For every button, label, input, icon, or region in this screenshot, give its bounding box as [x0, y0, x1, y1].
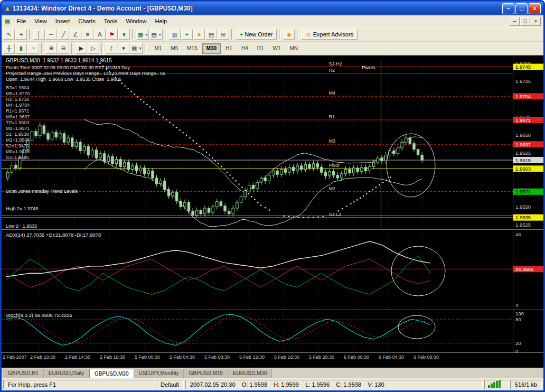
crosshair-button[interactable]: +: [15, 29, 27, 40]
level-label: R1: [328, 114, 335, 119]
market-watch-button[interactable]: ▥: [169, 29, 181, 40]
menu-insert[interactable]: Insert: [51, 16, 74, 26]
close-button[interactable]: ×: [529, 3, 541, 14]
timeframe-m5-button[interactable]: M5: [166, 43, 182, 54]
chart-tab-eurusd-m30[interactable]: EURUSD,M30: [228, 369, 272, 378]
indicators-list-button[interactable]: ƒ: [106, 43, 117, 54]
timeframe-m1-button[interactable]: M1: [150, 43, 166, 54]
zoom-out-icon: ⊖: [61, 45, 65, 51]
timeframe-w1-button[interactable]: W1: [269, 43, 285, 54]
chart-tabbar: GBPUSD,H1EURUSD,DailyGBPUSD,M30USDJPY,Mo…: [2, 368, 543, 378]
terminal-button[interactable]: ▤: [205, 29, 217, 40]
zoom-in-button[interactable]: ⊕: [45, 43, 57, 54]
chart-tab-gbpusd-h1[interactable]: GBPUSD,H1: [3, 369, 44, 378]
metaeditor-button[interactable]: ◆: [283, 29, 295, 40]
data-window-button[interactable]: +: [181, 29, 193, 40]
mdi-close-button[interactable]: ×: [531, 17, 541, 26]
navigator-button[interactable]: ★: [193, 29, 205, 40]
menu-view[interactable]: View: [30, 16, 51, 26]
strategy-tester-icon: ⊞: [221, 32, 225, 38]
text-icon: A: [98, 32, 101, 38]
toolbar-separator: [29, 29, 31, 40]
price-axis-label: 44: [515, 231, 521, 237]
timeframe-h4-button[interactable]: H4: [237, 43, 252, 54]
level-label: M2: [328, 186, 335, 191]
chart-tab-usdjpy-monthly[interactable]: USDJPY,Monthly: [134, 369, 184, 378]
chart-tab-eurusd-daily[interactable]: EURUSD,Daily: [44, 369, 89, 378]
restore-button[interactable]: □: [515, 3, 528, 14]
new-chart-button[interactable]: ▦▾: [136, 29, 149, 40]
auto-scroll-icon: ▶: [79, 45, 83, 51]
menu-help[interactable]: Help: [151, 16, 172, 26]
toolbar-separator: [71, 43, 73, 54]
equidistant-channel-icon: ∠: [73, 32, 78, 38]
standard-toolbar: ↖+│─╱∠≡A⚑▾▦▾▤▾▥+★▤⊞+New Order◆☺Expert Ad…: [2, 27, 543, 42]
timeframe-m15-button[interactable]: M15: [183, 43, 201, 54]
chart-tab-gbpusd-m15[interactable]: GBPUSD,M15: [184, 369, 228, 378]
new-order-button[interactable]: +New Order: [236, 29, 277, 40]
time-axis-label: 6 Feb 04:30: [379, 354, 404, 360]
metaeditor-icon: ◆: [287, 32, 291, 38]
toolbar-separator: [132, 29, 134, 40]
menu-charts[interactable]: Charts: [74, 16, 99, 26]
menu-file[interactable]: File: [12, 16, 30, 26]
titlebar[interactable]: ▲ 1313434: Windsor Direct 4 - Demo Accou…: [2, 2, 543, 15]
bar-chart-button[interactable]: ╫: [3, 43, 15, 54]
equidistant-channel-button[interactable]: ∠: [70, 29, 81, 40]
chart-shift-button[interactable]: ▷: [88, 43, 99, 54]
arrows-list-button[interactable]: ▾: [118, 29, 130, 40]
candlestick-chart-button[interactable]: ▮: [15, 43, 27, 54]
time-axis-label: 2 Feb 2007: [3, 354, 27, 360]
strategy-tester-button[interactable]: ⊞: [218, 29, 229, 40]
trendline-button[interactable]: ╱: [58, 29, 69, 40]
line-chart-icon: ~: [32, 45, 35, 51]
periods-list-button[interactable]: ▾: [118, 43, 129, 54]
vertical-line-button[interactable]: │: [33, 29, 45, 40]
connection-status-icon: [484, 380, 509, 389]
time-axis-label: 6 Feb 08:30: [414, 354, 439, 360]
statusbar: For Help, press F1 Default 2007.02.05 20…: [2, 378, 543, 391]
text-button[interactable]: A: [94, 29, 106, 40]
zoom-out-button[interactable]: ⊖: [58, 43, 69, 54]
text-label-icon: ⚑: [109, 32, 115, 38]
chart-tab-gbpusd-m30[interactable]: GBPUSD,M30: [89, 369, 134, 378]
window-title: 1313434: Windsor Direct 4 - Demo Account…: [13, 5, 500, 12]
minimize-button[interactable]: −: [502, 3, 514, 14]
menu-window[interactable]: Window: [121, 16, 151, 26]
expert-advisors-label: Expert Advisors: [313, 31, 353, 38]
timeframe-mn-button[interactable]: MN: [286, 43, 303, 54]
auto-scroll-button[interactable]: ▶: [76, 43, 87, 54]
mdi-minimize-button[interactable]: ─: [510, 17, 520, 26]
mdi-restore-button[interactable]: □: [520, 17, 530, 26]
chart-system-icon[interactable]: ▦: [5, 18, 10, 25]
profiles-button[interactable]: ▤▾: [149, 29, 162, 40]
time-axis-label: 2 Feb 14:30: [65, 354, 90, 360]
horizontal-line-button[interactable]: ─: [45, 29, 57, 40]
chart-area[interactable]: 2 Feb 20072 Feb 10:302 Feb 14:302 Feb 18…: [2, 55, 543, 368]
dropdown-arrow-icon: ▾: [139, 46, 141, 51]
toolbar-separator: [297, 29, 299, 40]
trendline-icon: ╱: [62, 32, 65, 38]
cursor-button[interactable]: ↖: [3, 29, 15, 40]
templates-button[interactable]: ▦▾: [130, 43, 143, 54]
market-watch-icon: ▥: [172, 32, 177, 38]
timeframe-d1-button[interactable]: D1: [253, 43, 268, 54]
menu-tools[interactable]: Tools: [100, 16, 122, 26]
status-profile[interactable]: Default: [156, 380, 184, 389]
bar-chart-icon: ╫: [7, 45, 11, 51]
time-axis-label: 2 Feb 18:30: [100, 354, 125, 360]
timeframe-h1-button[interactable]: H1: [221, 43, 237, 54]
timeframe-m30-button[interactable]: M30: [202, 43, 221, 54]
line-chart-button[interactable]: ~: [27, 43, 39, 54]
fibonacci-retracement-button[interactable]: ≡: [82, 29, 93, 40]
text-label-button[interactable]: ⚑: [106, 29, 118, 40]
mt4-window: ▲ 1313434: Windsor Direct 4 - Demo Accou…: [0, 0, 545, 392]
templates-icon: ▦: [131, 45, 137, 51]
chart-canvas[interactable]: 2 Feb 20072 Feb 10:302 Feb 14:302 Feb 18…: [2, 55, 543, 368]
dropdown-arrow-icon: ▾: [159, 32, 161, 37]
toolbar-separator: [145, 43, 147, 54]
price-axis-label: 1.9650: [515, 132, 531, 138]
expert-advisors-button[interactable]: ☺Expert Advisors: [301, 29, 358, 40]
time-axis-label: 5 Feb 04:30: [170, 354, 195, 360]
time-axis-label: 6 Feb 00:30: [344, 354, 369, 360]
